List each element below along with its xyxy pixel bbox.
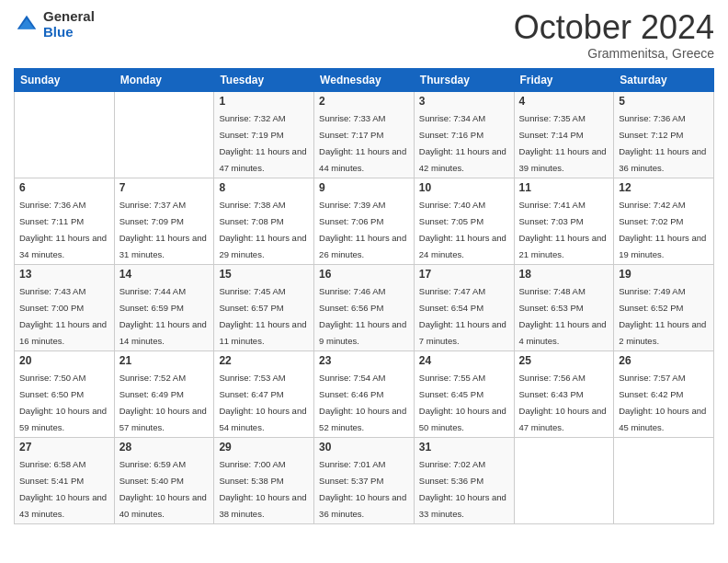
day-info: Sunrise: 7:54 AMSunset: 6:46 PMDaylight:…	[319, 373, 406, 432]
day-cell: 2 Sunrise: 7:33 AMSunset: 7:17 PMDayligh…	[314, 91, 415, 178]
day-cell: 23 Sunrise: 7:54 AMSunset: 6:46 PMDaylig…	[314, 350, 415, 437]
day-info: Sunrise: 7:37 AMSunset: 7:09 PMDaylight:…	[119, 200, 207, 259]
day-info: Sunrise: 7:48 AMSunset: 6:53 PMDaylight:…	[519, 286, 607, 346]
day-info: Sunrise: 7:53 AMSunset: 6:47 PMDaylight:…	[219, 373, 306, 432]
day-info: Sunrise: 7:34 AMSunset: 7:16 PMDaylight:…	[419, 113, 506, 173]
day-info: Sunrise: 7:56 AMSunset: 6:43 PMDaylight:…	[519, 373, 607, 432]
day-number: 15	[219, 268, 309, 281]
day-number: 25	[519, 354, 609, 367]
day-info: Sunrise: 7:02 AMSunset: 5:36 PMDaylight:…	[419, 459, 506, 519]
day-number: 8	[219, 181, 309, 194]
day-info: Sunrise: 7:46 AMSunset: 6:56 PMDaylight:…	[319, 286, 406, 346]
day-number: 16	[319, 268, 409, 281]
day-number: 11	[519, 181, 609, 194]
col-thursday: Thursday	[414, 68, 514, 91]
day-number: 12	[619, 181, 709, 194]
day-info: Sunrise: 7:00 AMSunset: 5:38 PMDaylight:…	[219, 459, 306, 519]
day-number: 17	[419, 268, 509, 281]
day-info: Sunrise: 7:49 AMSunset: 6:52 PMDaylight:…	[619, 286, 706, 346]
day-info: Sunrise: 7:40 AMSunset: 7:05 PMDaylight:…	[419, 200, 506, 259]
day-info: Sunrise: 7:36 AMSunset: 7:12 PMDaylight:…	[619, 113, 706, 173]
day-cell: 20 Sunrise: 7:50 AMSunset: 6:50 PMDaylig…	[15, 350, 115, 437]
page: General Blue October 2024 Grammenitsa, G…	[0, 0, 728, 563]
header: General Blue October 2024 Grammenitsa, G…	[14, 9, 714, 61]
week-row-1: 1 Sunrise: 7:32 AMSunset: 7:19 PMDayligh…	[15, 91, 714, 178]
day-info: Sunrise: 7:32 AMSunset: 7:19 PMDaylight:…	[219, 113, 306, 173]
day-cell	[114, 91, 214, 178]
day-info: Sunrise: 7:42 AMSunset: 7:02 PMDaylight:…	[619, 200, 706, 259]
logo-icon	[14, 12, 40, 38]
day-number: 3	[419, 95, 509, 108]
day-number: 31	[419, 441, 509, 454]
day-number: 5	[619, 95, 709, 108]
day-cell: 1 Sunrise: 7:32 AMSunset: 7:19 PMDayligh…	[214, 91, 314, 178]
day-number: 21	[119, 354, 210, 367]
day-number: 2	[319, 95, 409, 108]
day-cell	[614, 437, 714, 523]
week-row-5: 27 Sunrise: 6:58 AMSunset: 5:41 PMDaylig…	[15, 437, 714, 523]
col-wednesday: Wednesday	[314, 68, 415, 91]
month-title: October 2024	[514, 9, 714, 46]
day-cell: 26 Sunrise: 7:57 AMSunset: 6:42 PMDaylig…	[614, 350, 714, 437]
day-number: 7	[119, 181, 210, 194]
day-info: Sunrise: 7:44 AMSunset: 6:59 PMDaylight:…	[119, 286, 207, 346]
day-cell: 28 Sunrise: 6:59 AMSunset: 5:40 PMDaylig…	[114, 437, 214, 523]
day-number: 28	[119, 441, 210, 454]
day-cell: 13 Sunrise: 7:43 AMSunset: 7:00 PMDaylig…	[15, 264, 115, 350]
header-row: Sunday Monday Tuesday Wednesday Thursday…	[15, 68, 714, 91]
week-row-3: 13 Sunrise: 7:43 AMSunset: 7:00 PMDaylig…	[15, 264, 714, 350]
day-cell: 16 Sunrise: 7:46 AMSunset: 6:56 PMDaylig…	[314, 264, 415, 350]
day-info: Sunrise: 7:52 AMSunset: 6:49 PMDaylight:…	[119, 373, 207, 432]
day-number: 20	[19, 354, 109, 367]
day-info: Sunrise: 7:55 AMSunset: 6:45 PMDaylight:…	[419, 373, 506, 432]
day-cell: 19 Sunrise: 7:49 AMSunset: 6:52 PMDaylig…	[614, 264, 714, 350]
day-number: 18	[519, 268, 609, 281]
day-cell: 30 Sunrise: 7:01 AMSunset: 5:37 PMDaylig…	[314, 437, 415, 523]
day-number: 26	[619, 354, 709, 367]
day-cell: 21 Sunrise: 7:52 AMSunset: 6:49 PMDaylig…	[114, 350, 214, 437]
day-number: 1	[219, 95, 309, 108]
day-cell	[15, 91, 115, 178]
logo-blue: Blue	[43, 25, 95, 40]
day-info: Sunrise: 7:50 AMSunset: 6:50 PMDaylight:…	[19, 373, 107, 432]
day-info: Sunrise: 6:59 AMSunset: 5:40 PMDaylight:…	[119, 459, 207, 519]
day-cell: 4 Sunrise: 7:35 AMSunset: 7:14 PMDayligh…	[514, 91, 614, 178]
day-cell: 25 Sunrise: 7:56 AMSunset: 6:43 PMDaylig…	[514, 350, 614, 437]
day-number: 22	[219, 354, 309, 367]
day-cell: 15 Sunrise: 7:45 AMSunset: 6:57 PMDaylig…	[214, 264, 314, 350]
day-cell: 29 Sunrise: 7:00 AMSunset: 5:38 PMDaylig…	[214, 437, 314, 523]
day-info: Sunrise: 7:36 AMSunset: 7:11 PMDaylight:…	[19, 200, 107, 259]
day-info: Sunrise: 6:58 AMSunset: 5:41 PMDaylight:…	[19, 459, 107, 519]
logo: General Blue	[14, 9, 95, 40]
week-row-2: 6 Sunrise: 7:36 AMSunset: 7:11 PMDayligh…	[15, 178, 714, 264]
day-cell: 10 Sunrise: 7:40 AMSunset: 7:05 PMDaylig…	[414, 178, 514, 264]
day-cell: 22 Sunrise: 7:53 AMSunset: 6:47 PMDaylig…	[214, 350, 314, 437]
day-info: Sunrise: 7:38 AMSunset: 7:08 PMDaylight:…	[219, 200, 306, 259]
day-info: Sunrise: 7:33 AMSunset: 7:17 PMDaylight:…	[319, 113, 406, 173]
day-number: 13	[19, 268, 109, 281]
day-number: 23	[319, 354, 409, 367]
col-saturday: Saturday	[614, 68, 714, 91]
day-cell: 3 Sunrise: 7:34 AMSunset: 7:16 PMDayligh…	[414, 91, 514, 178]
day-info: Sunrise: 7:41 AMSunset: 7:03 PMDaylight:…	[519, 200, 607, 259]
day-number: 19	[619, 268, 709, 281]
day-info: Sunrise: 7:47 AMSunset: 6:54 PMDaylight:…	[419, 286, 506, 346]
day-cell: 5 Sunrise: 7:36 AMSunset: 7:12 PMDayligh…	[614, 91, 714, 178]
day-cell: 31 Sunrise: 7:02 AMSunset: 5:36 PMDaylig…	[414, 437, 514, 523]
day-info: Sunrise: 7:01 AMSunset: 5:37 PMDaylight:…	[319, 459, 406, 519]
day-cell: 12 Sunrise: 7:42 AMSunset: 7:02 PMDaylig…	[614, 178, 714, 264]
day-cell: 11 Sunrise: 7:41 AMSunset: 7:03 PMDaylig…	[514, 178, 614, 264]
col-monday: Monday	[114, 68, 214, 91]
day-cell: 24 Sunrise: 7:55 AMSunset: 6:45 PMDaylig…	[414, 350, 514, 437]
day-cell: 18 Sunrise: 7:48 AMSunset: 6:53 PMDaylig…	[514, 264, 614, 350]
calendar: Sunday Monday Tuesday Wednesday Thursday…	[14, 68, 714, 524]
day-number: 10	[419, 181, 509, 194]
day-number: 4	[519, 95, 609, 108]
day-cell: 9 Sunrise: 7:39 AMSunset: 7:06 PMDayligh…	[314, 178, 415, 264]
day-number: 6	[19, 181, 109, 194]
day-number: 27	[19, 441, 109, 454]
col-friday: Friday	[514, 68, 614, 91]
col-sunday: Sunday	[15, 68, 115, 91]
day-cell: 7 Sunrise: 7:37 AMSunset: 7:09 PMDayligh…	[114, 178, 214, 264]
day-info: Sunrise: 7:35 AMSunset: 7:14 PMDaylight:…	[519, 113, 607, 173]
